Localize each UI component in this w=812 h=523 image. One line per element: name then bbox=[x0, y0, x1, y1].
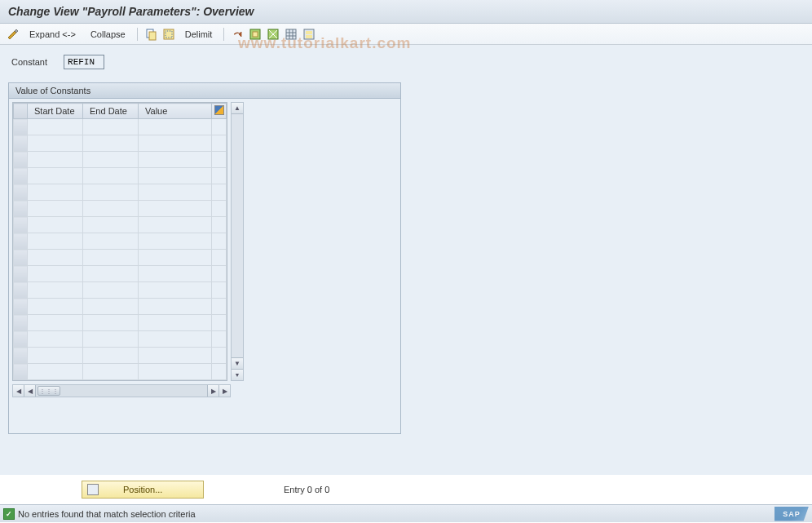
table-row[interactable] bbox=[14, 233, 227, 250]
cell-value[interactable] bbox=[139, 364, 212, 380]
constant-input[interactable] bbox=[64, 55, 104, 69]
cell-end-date[interactable] bbox=[83, 233, 139, 250]
scroll-end-button[interactable]: ▼ bbox=[232, 369, 243, 380]
table-row[interactable] bbox=[14, 299, 227, 315]
cell-start-date[interactable] bbox=[28, 266, 83, 282]
cell-end-date[interactable] bbox=[83, 348, 139, 364]
cell-value[interactable] bbox=[139, 282, 212, 299]
scroll-right-button[interactable]: ▶ bbox=[218, 385, 230, 397]
table-row[interactable] bbox=[14, 331, 227, 348]
scroll-thumb[interactable]: ⋮⋮⋮ bbox=[38, 386, 60, 396]
toggle-change-icon[interactable] bbox=[7, 28, 20, 41]
cell-end-date[interactable] bbox=[83, 266, 139, 282]
cell-start-date[interactable] bbox=[28, 217, 83, 233]
cell-end-date[interactable] bbox=[83, 282, 139, 299]
cell-value[interactable] bbox=[139, 119, 212, 135]
cell-value[interactable] bbox=[139, 233, 212, 250]
cell-value[interactable] bbox=[139, 135, 212, 152]
row-selector[interactable] bbox=[14, 184, 28, 201]
copy-icon[interactable] bbox=[144, 28, 157, 41]
table-row[interactable] bbox=[14, 364, 227, 380]
row-selector[interactable] bbox=[14, 250, 28, 266]
column-header-value[interactable]: Value bbox=[139, 104, 212, 119]
deselect-block-icon[interactable] bbox=[267, 28, 280, 41]
vertical-scrollbar[interactable]: ▲ ▼ ▼ bbox=[231, 102, 244, 381]
select-block-icon[interactable] bbox=[249, 28, 262, 41]
table-row[interactable] bbox=[14, 201, 227, 217]
cell-start-date[interactable] bbox=[28, 168, 83, 184]
row-selector[interactable] bbox=[14, 331, 28, 348]
cell-start-date[interactable] bbox=[28, 348, 83, 364]
row-selector[interactable] bbox=[14, 299, 28, 315]
table-row[interactable] bbox=[14, 282, 227, 299]
cell-end-date[interactable] bbox=[83, 250, 139, 266]
cell-value[interactable] bbox=[139, 184, 212, 201]
table-row[interactable] bbox=[14, 315, 227, 331]
cell-end-date[interactable] bbox=[83, 184, 139, 201]
table-row[interactable] bbox=[14, 184, 227, 201]
cell-start-date[interactable] bbox=[28, 119, 83, 135]
table-row[interactable] bbox=[14, 119, 227, 135]
row-selector[interactable] bbox=[14, 364, 28, 380]
cell-start-date[interactable] bbox=[28, 315, 83, 331]
print-icon[interactable] bbox=[302, 28, 316, 41]
horizontal-scrollbar[interactable]: ◀ ◀ ⋮⋮⋮ ▶ ▶ bbox=[12, 384, 231, 397]
scroll-page-left-button[interactable]: ◀ bbox=[24, 385, 36, 397]
table-row[interactable] bbox=[14, 168, 227, 184]
table-row[interactable] bbox=[14, 217, 227, 233]
position-button[interactable]: Position... bbox=[82, 481, 204, 499]
cell-value[interactable] bbox=[139, 217, 212, 233]
undo-icon[interactable] bbox=[231, 28, 244, 41]
row-selector[interactable] bbox=[14, 348, 28, 364]
cell-end-date[interactable] bbox=[83, 331, 139, 348]
cell-start-date[interactable] bbox=[28, 184, 83, 201]
cell-value[interactable] bbox=[139, 299, 212, 315]
cell-start-date[interactable] bbox=[28, 135, 83, 152]
cell-value[interactable] bbox=[139, 348, 212, 364]
grid-settings-icon[interactable] bbox=[285, 28, 298, 41]
cell-value[interactable] bbox=[139, 201, 212, 217]
expand-button[interactable]: Expand <-> bbox=[24, 28, 81, 41]
cell-start-date[interactable] bbox=[28, 331, 83, 348]
table-settings-button[interactable] bbox=[212, 104, 227, 119]
row-selector[interactable] bbox=[14, 168, 28, 184]
cell-end-date[interactable] bbox=[83, 315, 139, 331]
column-header-end-date[interactable]: End Date bbox=[83, 104, 139, 119]
select-all-icon[interactable] bbox=[162, 28, 175, 41]
row-selector[interactable] bbox=[14, 152, 28, 168]
table-row[interactable] bbox=[14, 266, 227, 282]
row-selector[interactable] bbox=[14, 315, 28, 331]
row-selector[interactable] bbox=[14, 119, 28, 135]
cell-value[interactable] bbox=[139, 331, 212, 348]
cell-end-date[interactable] bbox=[83, 168, 139, 184]
delimit-button[interactable]: Delimit bbox=[180, 28, 218, 41]
cell-start-date[interactable] bbox=[28, 233, 83, 250]
cell-end-date[interactable] bbox=[83, 217, 139, 233]
table-row[interactable] bbox=[14, 250, 227, 266]
cell-value[interactable] bbox=[139, 315, 212, 331]
cell-end-date[interactable] bbox=[83, 135, 139, 152]
cell-start-date[interactable] bbox=[28, 364, 83, 380]
column-header-start-date[interactable]: Start Date bbox=[28, 104, 83, 119]
cell-end-date[interactable] bbox=[83, 201, 139, 217]
cell-value[interactable] bbox=[139, 266, 212, 282]
row-selector[interactable] bbox=[14, 266, 28, 282]
scroll-left-button[interactable]: ◀ bbox=[13, 385, 24, 397]
collapse-button[interactable]: Collapse bbox=[86, 28, 130, 41]
row-selector[interactable] bbox=[14, 217, 28, 233]
row-selector[interactable] bbox=[14, 201, 28, 217]
cell-start-date[interactable] bbox=[28, 299, 83, 315]
scroll-down-button[interactable]: ▼ bbox=[232, 357, 243, 369]
row-selector[interactable] bbox=[14, 135, 28, 152]
cell-value[interactable] bbox=[139, 152, 212, 168]
cell-end-date[interactable] bbox=[83, 119, 139, 135]
cell-start-date[interactable] bbox=[28, 201, 83, 217]
cell-end-date[interactable] bbox=[83, 364, 139, 380]
row-selector[interactable] bbox=[14, 233, 28, 250]
cell-end-date[interactable] bbox=[83, 299, 139, 315]
scroll-up-button[interactable]: ▲ bbox=[232, 103, 243, 114]
row-selector[interactable] bbox=[14, 282, 28, 299]
table-row[interactable] bbox=[14, 135, 227, 152]
cell-value[interactable] bbox=[139, 250, 212, 266]
cell-value[interactable] bbox=[139, 168, 212, 184]
